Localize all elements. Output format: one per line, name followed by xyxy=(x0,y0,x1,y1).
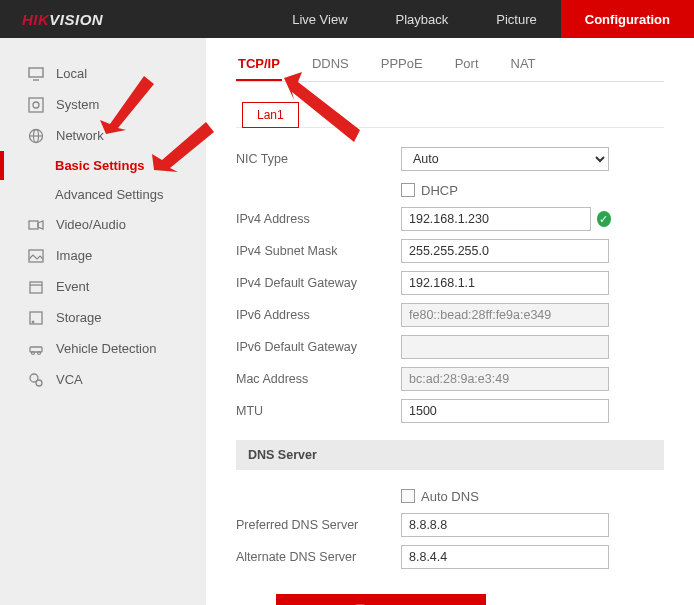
sidebar-item-system[interactable]: System xyxy=(0,89,206,120)
nav-playback[interactable]: Playback xyxy=(372,0,473,38)
input-ipv6-address xyxy=(401,303,609,327)
network-tab-row: TCP/IP DDNS PPPoE Port NAT xyxy=(236,56,664,82)
sidebar-item-vehicle-detection[interactable]: Vehicle Detection xyxy=(0,333,206,364)
svg-rect-0 xyxy=(29,68,43,77)
label-ipv6-address: IPv6 Address xyxy=(236,308,401,322)
nav-live-view[interactable]: Live View xyxy=(268,0,371,38)
sidebar-sub-advanced-settings[interactable]: Advanced Settings xyxy=(0,180,206,209)
monitor-icon xyxy=(28,66,44,82)
svg-point-18 xyxy=(36,380,42,386)
sidebar-item-label: Storage xyxy=(56,310,102,325)
select-nic-type[interactable]: Auto xyxy=(401,147,609,171)
label-preferred-dns: Preferred DNS Server xyxy=(236,518,401,532)
input-mac-address xyxy=(401,367,609,391)
logo: HIKVISION xyxy=(0,0,121,38)
svg-marker-8 xyxy=(38,221,43,229)
input-alternate-dns[interactable] xyxy=(401,545,609,569)
label-nic-type: NIC Type xyxy=(236,152,401,166)
save-button[interactable]: Save xyxy=(276,594,486,605)
svg-rect-2 xyxy=(29,98,43,112)
tab-port[interactable]: Port xyxy=(453,56,481,81)
gear-box-icon xyxy=(28,97,44,113)
svg-rect-9 xyxy=(29,250,43,262)
image-icon xyxy=(28,248,44,264)
check-icon: ✓ xyxy=(597,211,611,227)
input-ipv4-default-gateway[interactable] xyxy=(401,271,609,295)
vca-icon xyxy=(28,372,44,388)
label-dhcp: DHCP xyxy=(421,183,458,198)
svg-rect-14 xyxy=(30,347,42,352)
main-panel: TCP/IP DDNS PPPoE Port NAT Lan1 NIC Type… xyxy=(206,38,694,605)
svg-rect-10 xyxy=(30,282,42,293)
tab-pppoe[interactable]: PPPoE xyxy=(379,56,425,81)
sidebar-item-label: VCA xyxy=(56,372,83,387)
input-ipv4-address[interactable] xyxy=(401,207,591,231)
sidebar-item-label: Vehicle Detection xyxy=(56,341,156,356)
svg-point-15 xyxy=(32,351,35,354)
label-alternate-dns: Alternate DNS Server xyxy=(236,550,401,564)
logo-vision: VISION xyxy=(49,11,103,28)
sidebar-item-label: Event xyxy=(56,279,89,294)
svg-point-16 xyxy=(38,351,41,354)
video-icon xyxy=(28,217,44,233)
tab-ddns[interactable]: DDNS xyxy=(310,56,351,81)
storage-icon xyxy=(28,310,44,326)
sidebar-sub-basic-settings[interactable]: Basic Settings xyxy=(0,151,206,180)
logo-hik: HIK xyxy=(22,11,49,28)
svg-point-13 xyxy=(32,321,34,323)
sidebar-item-image[interactable]: Image xyxy=(0,240,206,271)
input-ipv6-default-gateway xyxy=(401,335,609,359)
main-nav: Live View Playback Picture Configuration xyxy=(268,0,694,38)
sidebar-item-label: Video/Audio xyxy=(56,217,126,232)
subtab-row: Lan1 xyxy=(236,96,664,128)
sidebar-item-vca[interactable]: VCA xyxy=(0,364,206,395)
sidebar-item-label: Network xyxy=(56,128,104,143)
sidebar-item-label: Image xyxy=(56,248,92,263)
nav-picture[interactable]: Picture xyxy=(472,0,560,38)
label-mac-address: Mac Address xyxy=(236,372,401,386)
section-dns-server: DNS Server xyxy=(236,440,664,470)
sidebar-item-storage[interactable]: Storage xyxy=(0,302,206,333)
label-auto-dns: Auto DNS xyxy=(421,489,479,504)
subtab-lan1[interactable]: Lan1 xyxy=(242,102,299,128)
svg-point-3 xyxy=(33,102,39,108)
checkbox-dhcp[interactable] xyxy=(401,183,415,197)
input-mtu[interactable] xyxy=(401,399,609,423)
tab-nat[interactable]: NAT xyxy=(509,56,538,81)
sidebar: Local System Network Basic Settings Adva… xyxy=(0,38,206,605)
sidebar-item-event[interactable]: Event xyxy=(0,271,206,302)
globe-icon xyxy=(28,128,44,144)
checkbox-auto-dns[interactable] xyxy=(401,489,415,503)
label-ipv6-default-gateway: IPv6 Default Gateway xyxy=(236,340,401,354)
label-mtu: MTU xyxy=(236,404,401,418)
svg-rect-7 xyxy=(29,221,38,229)
header-bar: HIKVISION Live View Playback Picture Con… xyxy=(0,0,694,38)
calendar-icon xyxy=(28,279,44,295)
input-ipv4-subnet-mask[interactable] xyxy=(401,239,609,263)
input-preferred-dns[interactable] xyxy=(401,513,609,537)
sidebar-item-network[interactable]: Network xyxy=(0,120,206,151)
sidebar-item-label: System xyxy=(56,97,99,112)
sidebar-item-label: Local xyxy=(56,66,87,81)
sidebar-item-local[interactable]: Local xyxy=(0,58,206,89)
label-ipv4-address: IPv4 Address xyxy=(236,212,401,226)
label-ipv4-subnet-mask: IPv4 Subnet Mask xyxy=(236,244,401,258)
car-icon xyxy=(28,341,44,357)
sidebar-item-video-audio[interactable]: Video/Audio xyxy=(0,209,206,240)
label-ipv4-default-gateway: IPv4 Default Gateway xyxy=(236,276,401,290)
tab-tcpip[interactable]: TCP/IP xyxy=(236,56,282,81)
nav-configuration[interactable]: Configuration xyxy=(561,0,694,38)
